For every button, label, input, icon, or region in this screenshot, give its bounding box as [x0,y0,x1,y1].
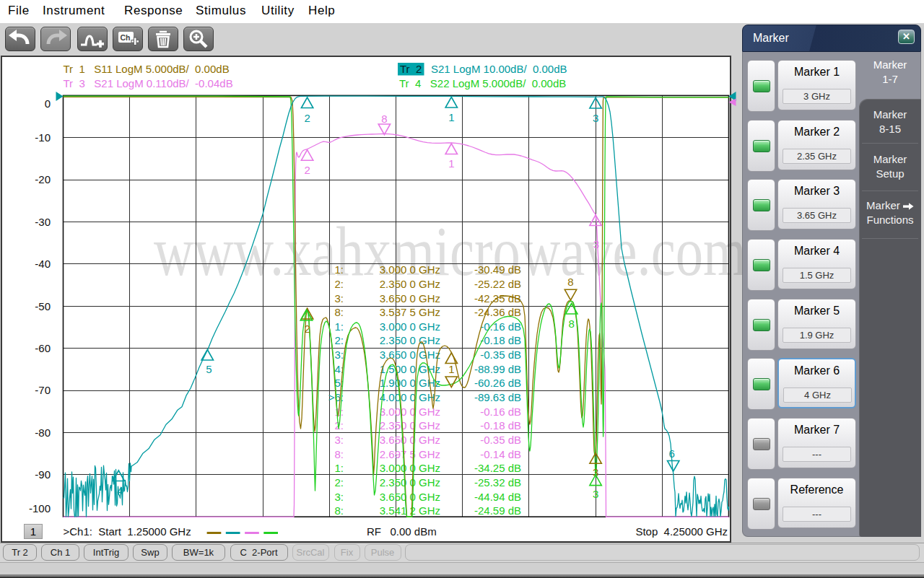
svg-text:3.650 0 GHz: 3.650 0 GHz [380,292,440,305]
svg-text:3.537 5 GHz: 3.537 5 GHz [380,306,440,318]
svg-text:-90: -90 [35,468,51,481]
svg-text:-44.94 dB: -44.94 dB [474,491,521,503]
svg-text:3.650 0 GHz: 3.650 0 GHz [380,491,440,503]
svg-text:-70: -70 [35,384,51,396]
svg-text:-60: -60 [35,342,51,354]
svg-text:-24.59 dB: -24.59 dB [474,504,521,517]
svg-text:-24.36 dB: -24.36 dB [474,306,521,318]
svg-text:-10: -10 [35,131,51,144]
svg-text:1.900 0 GHz: 1.900 0 GHz [380,377,440,389]
svg-text:3.650 0 GHz: 3.650 0 GHz [380,434,440,446]
svg-text:2: 2 [304,323,310,335]
svg-text:2:: 2: [334,476,344,489]
svg-text:-88.99 dB: -88.99 dB [474,363,521,375]
svg-text:-30: -30 [35,216,51,228]
svg-text:-0.16 dB: -0.16 dB [480,320,521,333]
svg-text:-0.35 dB: -0.35 dB [480,349,521,361]
svg-text:6: 6 [669,447,675,460]
svg-text:3.000 0 GHz: 3.000 0 GHz [380,320,440,333]
svg-text:3.000 0 GHz: 3.000 0 GHz [380,462,440,474]
svg-text:3: 3 [593,466,598,478]
svg-text:8: 8 [567,276,573,288]
svg-text:2.350 0 GHz: 2.350 0 GHz [380,476,440,489]
svg-text:-0.18 dB: -0.18 dB [480,419,521,432]
svg-text:-0.16 dB: -0.16 dB [480,406,521,418]
svg-text:8: 8 [569,318,575,330]
svg-text:3: 3 [593,488,598,500]
svg-text:2.350 0 GHz: 2.350 0 GHz [380,334,440,346]
svg-text:2.697 5 GHz: 2.697 5 GHz [380,448,440,460]
svg-text:-0.18 dB: -0.18 dB [480,334,521,346]
svg-text:2: 2 [304,164,310,176]
svg-text:2: 2 [304,112,310,124]
svg-text:-89.63 dB: -89.63 dB [474,391,521,403]
svg-text:8:: 8: [334,504,344,517]
svg-text:3:: 3: [334,434,344,446]
svg-text:1:: 1: [334,320,344,333]
svg-text:-60.26 dB: -60.26 dB [474,377,521,389]
svg-text:4: 4 [117,484,123,496]
svg-text:5: 5 [206,363,212,375]
svg-text:Stop 4.25000 GHz: Stop 4.25000 GHz [635,525,728,538]
svg-text:1:: 1: [334,263,344,276]
svg-text:-40: -40 [35,258,51,270]
svg-text:3:: 3: [334,292,344,305]
svg-text:-0.35 dB: -0.35 dB [480,434,521,446]
svg-text:1: 1 [448,363,454,375]
svg-text:-20: -20 [35,173,51,185]
svg-text:S21 LogM 10.00dB/ 0.00dB: S21 LogM 10.00dB/ 0.00dB [431,63,567,75]
svg-text:1:: 1: [334,462,344,474]
svg-text:3.000 0 GHz: 3.000 0 GHz [380,406,440,418]
svg-text:-34.25 dB: -34.25 dB [474,462,521,474]
svg-text:8:: 8: [334,448,344,460]
svg-text:3.541 2 GHz: 3.541 2 GHz [380,504,440,517]
svg-text:-50: -50 [35,300,51,312]
svg-text:-0.14 dB: -0.14 dB [480,448,521,460]
svg-text:1: 1 [448,111,454,123]
svg-text:Tr 1 S11 LogM 5.000dB/ 0.0: Tr 1 S11 LogM 5.000dB/ 0.00dB [64,63,230,75]
svg-text:-80: -80 [35,426,51,439]
svg-text:-25.32 dB: -25.32 dB [474,476,521,489]
svg-text:8:: 8: [334,306,344,318]
svg-text:8: 8 [381,113,387,125]
svg-text:3:: 3: [334,491,344,503]
svg-text:Tr 2: Tr 2 [400,63,422,75]
svg-text:RF 0.00 dBm: RF 0.00 dBm [367,525,437,538]
svg-text:-100: -100 [29,502,51,514]
svg-text:2.350 0 GHz: 2.350 0 GHz [380,419,440,432]
svg-text:3:: 3: [334,349,344,361]
svg-text:2.350 0 GHz: 2.350 0 GHz [380,278,440,290]
svg-text:3.650 0 GHz: 3.650 0 GHz [380,349,440,361]
svg-text:3: 3 [593,238,599,250]
svg-text:>Ch1: Start 1.25000 GHz: >Ch1: Start 1.25000 GHz [64,525,191,538]
svg-text:0: 0 [45,97,51,110]
svg-text:-25.22 dB: -25.22 dB [474,278,521,290]
svg-text:Tr 3 S21 LogM 0.110dB/ -0.: Tr 3 S21 LogM 0.110dB/ -0.04dB [64,77,233,89]
svg-text:2:: 2: [334,278,344,290]
svg-text:3: 3 [593,112,598,124]
svg-text:-30.49 dB: -30.49 dB [474,263,521,276]
svg-text:Tr 4 S22 LogM 5.000dB/ 0.0: Tr 4 S22 LogM 5.000dB/ 0.00dB [399,77,566,89]
svg-text:1: 1 [448,157,454,170]
svg-text:3.000 0 GHz: 3.000 0 GHz [380,263,440,276]
svg-text:2:: 2: [334,334,344,346]
